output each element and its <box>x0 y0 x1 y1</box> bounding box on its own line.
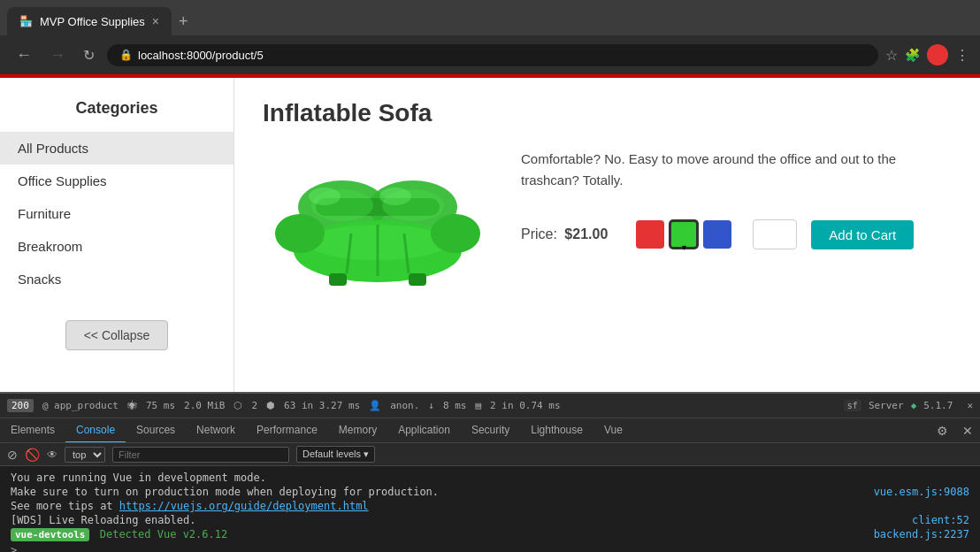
product-details: Comfortable? No. Easy to move around the… <box>263 145 952 308</box>
devtools-close-icon[interactable]: ✕ <box>967 400 973 411</box>
user-icon: 👤 <box>369 400 381 411</box>
console-line-1: You are running Vue in development mode. <box>11 472 969 484</box>
response-time: 75 ms <box>146 400 175 411</box>
console-line-3: See more tips at https://vuejs.org/guide… <box>11 500 969 512</box>
symfony-icon: sf <box>844 400 861 411</box>
cursor-indicator: ▾ <box>682 242 686 252</box>
url-text: localhost:8000/product/5 <box>138 49 264 62</box>
deployment-link[interactable]: https://vuejs.org/guide/deployment.html <box>119 500 369 512</box>
collapse-button[interactable]: << Collapse <box>65 320 169 350</box>
sidebar-item-furniture[interactable]: Furniture <box>0 197 234 230</box>
tab-favicon: 🏪 <box>19 15 33 27</box>
more-menu-icon[interactable]: ⋮ <box>955 47 969 64</box>
svg-point-15 <box>379 188 411 205</box>
tab-lighthouse[interactable]: Lighthouse <box>520 418 593 443</box>
console-line-2: Make sure to turn on production mode whe… <box>11 486 969 498</box>
sidebar-item-all-products[interactable]: All Products <box>0 132 234 165</box>
product-description: Comfortable? No. Easy to move around the… <box>521 149 952 191</box>
quantity-input[interactable] <box>753 219 797 249</box>
tab-elements[interactable]: Elements <box>0 418 65 443</box>
tab-close-icon[interactable]: × <box>152 14 159 28</box>
memory-usage: 2.0 MiB <box>184 400 225 411</box>
tab-memory[interactable]: Memory <box>328 418 387 443</box>
lock-icon: 🔒 <box>119 49 133 61</box>
new-tab-icon[interactable]: + <box>179 12 188 31</box>
status-code: 200 <box>7 399 34 412</box>
sidebar: Categories All Products Office Supplies … <box>0 78 234 392</box>
sidebar-item-snacks[interactable]: Snacks <box>0 263 234 295</box>
app-name: @ app_product <box>42 400 119 411</box>
devtools-settings-icon[interactable]: ⚙ <box>930 424 955 438</box>
vue-version: 5.1.7 <box>923 400 953 411</box>
sidebar-item-breakroom[interactable]: Breakroom <box>0 230 234 263</box>
tab-performance[interactable]: Performance <box>246 418 328 443</box>
forward-button[interactable]: → <box>44 44 71 66</box>
tab-application[interactable]: Application <box>387 418 461 443</box>
backend-link[interactable]: backend.js:2237 <box>874 528 969 540</box>
color-swatch-blue[interactable] <box>703 220 731 249</box>
vue-devtools-badge: vue-devtools <box>11 528 89 541</box>
vue-esm-link[interactable]: vue.esm.js:9088 <box>874 486 969 498</box>
query-stats: 63 in 3.27 ms <box>284 400 360 411</box>
browser-chrome: 🏪 MVP Office Supplies × + ← → ↻ 🔒 localh… <box>0 0 980 74</box>
svg-rect-7 <box>329 273 347 286</box>
console-toolbar: ⊘ 🚫 👁 top Default levels ▾ <box>0 443 980 466</box>
address-bar[interactable]: 🔒 localhost:8000/product/5 <box>107 44 878 66</box>
tab-bar: 🏪 MVP Office Supplies × + <box>0 0 980 35</box>
devtools-tabs: Elements Console Sources Network Perform… <box>0 418 980 443</box>
extensions-icon[interactable]: 🧩 <box>905 48 920 62</box>
bug-icon: 🕷 <box>127 400 137 411</box>
tab-security[interactable]: Security <box>461 418 520 443</box>
tab-network[interactable]: Network <box>186 418 246 443</box>
main-content: Categories All Products Office Supplies … <box>0 78 980 392</box>
tab-console[interactable]: Console <box>65 418 126 443</box>
tab-title: MVP Office Supplies <box>40 15 145 28</box>
client-link[interactable]: client:52 <box>912 514 969 526</box>
network-count: 2 <box>251 400 257 411</box>
clear-icon[interactable]: 🚫 <box>25 448 40 462</box>
console-output: You are running Vue in development mode.… <box>0 466 980 552</box>
devtools-close-x-icon[interactable]: ✕ <box>955 424 980 438</box>
svg-point-6 <box>431 214 480 253</box>
sidebar-item-office-supplies[interactable]: Office Supplies <box>0 165 234 197</box>
nav-bar: ← → ↻ 🔒 localhost:8000/product/5 ☆ 🧩 ⋮ <box>0 35 980 74</box>
back-button[interactable]: ← <box>11 44 37 66</box>
bookmark-icon[interactable]: ☆ <box>885 47 898 64</box>
product-title: Inflatable Sofa <box>263 99 952 127</box>
request-icon: ▤ <box>475 400 481 411</box>
refresh-button[interactable]: ↻ <box>78 45 100 65</box>
product-image-container <box>263 145 493 308</box>
inspect-icon[interactable]: 👁 <box>47 448 57 461</box>
product-image <box>263 145 493 304</box>
price-value: $21.00 <box>564 226 608 242</box>
price-label: Price: $21.00 <box>521 226 608 242</box>
network-icon: ⬡ <box>234 400 242 411</box>
default-levels-btn[interactable]: Default levels ▾ <box>296 446 375 463</box>
svg-rect-8 <box>409 273 426 286</box>
download-time: 8 ms <box>443 400 467 411</box>
download-icon: ↓ <box>428 400 434 411</box>
svg-point-5 <box>275 214 325 253</box>
console-line-4: [WDS] Live Reloading enabled. client:52 <box>11 514 969 526</box>
vue-icon: ◆ <box>911 400 917 411</box>
scope-select[interactable]: top <box>65 447 105 463</box>
console-line-5: vue-devtools Detected Vue v2.6.12 backen… <box>11 528 969 540</box>
product-info: Comfortable? No. Easy to move around the… <box>521 145 952 308</box>
color-swatch-green[interactable]: ▾ <box>670 220 698 249</box>
add-to-cart-button[interactable]: Add to Cart <box>811 220 914 249</box>
sidebar-title: Categories <box>0 92 234 132</box>
filter-input[interactable] <box>112 447 289 463</box>
product-area: Inflatable Sofa <box>234 78 980 392</box>
stop-icon[interactable]: ⊘ <box>7 448 18 462</box>
server-label: Server <box>869 400 904 411</box>
tab-vue[interactable]: Vue <box>593 418 633 443</box>
color-swatch-red[interactable] <box>636 220 664 249</box>
console-prompt[interactable]: > <box>11 544 969 552</box>
svg-point-14 <box>309 188 341 205</box>
devtools: 200 @ app_product 🕷 75 ms 2.0 MiB ⬡ 2 ⬢ … <box>0 392 980 552</box>
color-swatches: ▾ <box>636 220 731 249</box>
user-avatar[interactable] <box>927 44 948 65</box>
vue-detected-text: Detected Vue v2.6.12 <box>100 528 228 540</box>
active-tab[interactable]: 🏪 MVP Office Supplies × <box>7 7 172 35</box>
tab-sources[interactable]: Sources <box>126 418 186 443</box>
